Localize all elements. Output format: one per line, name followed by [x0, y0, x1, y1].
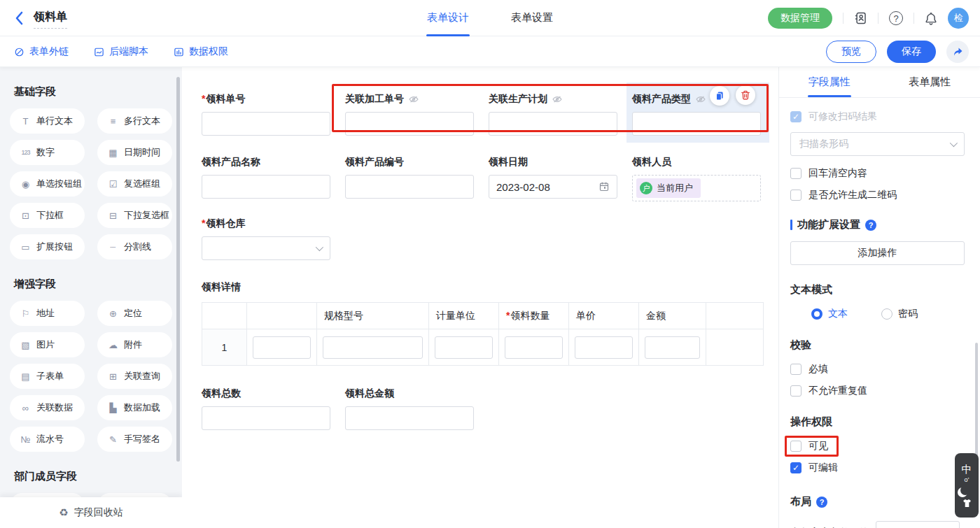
data-manage-button[interactable]: 数据管理	[768, 8, 832, 29]
field-item-data-load[interactable]: ▙数据加载	[97, 395, 172, 420]
tab-form-design[interactable]: 表单设计	[427, 0, 469, 36]
cell-input[interactable]	[575, 336, 633, 359]
cell-input[interactable]	[505, 336, 563, 359]
form-title[interactable]: 领料单	[34, 10, 67, 29]
field-item-image[interactable]: ▧图片	[10, 332, 85, 357]
help-icon[interactable]: ?	[889, 11, 903, 25]
field-item-attachment[interactable]: ☁附件	[97, 332, 172, 357]
field-total-quantity[interactable]: 领料总数	[202, 387, 330, 430]
field-requisition-no[interactable]: *领料单号	[202, 92, 330, 136]
add-action-button[interactable]: 添加操作	[790, 241, 965, 265]
ime-punctuation-icon[interactable]: o’	[964, 476, 969, 483]
col-quantity[interactable]: *领料数量	[499, 303, 569, 329]
data-permission-link[interactable]: 数据权限	[174, 45, 228, 58]
moon-icon[interactable]	[960, 485, 970, 495]
field-item-multi-text[interactable]: ≡多行文本	[97, 108, 172, 134]
copy-field-button[interactable]	[710, 86, 729, 106]
extension-section-title: 功能扩展设置 ?	[790, 218, 965, 231]
field-item-linked-data[interactable]: ∞关联数据	[10, 395, 85, 420]
product-code-input[interactable]	[345, 175, 474, 199]
radio-icon: ◉	[20, 179, 31, 190]
no-duplicate-checkbox[interactable]	[790, 385, 802, 397]
form-external-link[interactable]: 表单外链	[14, 45, 69, 58]
field-item-single-text[interactable]: T单行文本	[10, 108, 85, 134]
requisition-no-input[interactable]	[202, 112, 330, 136]
current-user-tag[interactable]: 户 当前用户	[636, 178, 701, 198]
help-question-icon[interactable]: ?	[816, 497, 827, 508]
tab-field-properties[interactable]: 字段属性	[779, 67, 880, 97]
field-item-serial-number[interactable]: №流水号	[10, 427, 85, 452]
radio-password-option[interactable]: 密码	[881, 308, 918, 320]
linked-process-order-input[interactable]	[345, 112, 474, 136]
tab-form-properties[interactable]: 表单属性	[880, 67, 980, 97]
tab-form-settings[interactable]: 表单设置	[511, 0, 553, 36]
field-linked-production-plan[interactable]: 关联生产计划	[489, 92, 617, 136]
data-permission-label: 数据权限	[189, 45, 228, 58]
date-input[interactable]: 2023-02-08	[489, 175, 617, 199]
save-button[interactable]: 保存	[887, 41, 936, 63]
field-recycle-bin[interactable]: ♻ 字段回收站	[0, 497, 182, 528]
field-item-divider[interactable]: ┈分割线	[97, 234, 172, 259]
delete-field-button[interactable]	[736, 85, 755, 105]
editable-checkbox[interactable]	[790, 462, 802, 473]
field-width-select[interactable]: 1/4	[876, 521, 960, 528]
allow-qrcode-checkbox[interactable]	[790, 190, 802, 201]
skin-shirt-icon[interactable]	[962, 499, 972, 508]
field-item-datetime[interactable]: ▦日期时间	[97, 140, 172, 165]
ime-toolbar: 中 o’	[955, 453, 979, 518]
field-item-subform[interactable]: ▤子表单	[10, 364, 85, 389]
field-item-dropdown[interactable]: ⊡下拉框	[10, 203, 85, 228]
field-item-radio-group[interactable]: ◉单选按钮组	[10, 171, 85, 197]
visible-checkbox[interactable]	[790, 441, 802, 452]
linked-production-plan-input[interactable]	[489, 112, 617, 136]
field-item-signature[interactable]: ✎手写签名	[97, 427, 172, 452]
field-item-extend-button[interactable]: ▭扩展按钮	[10, 234, 85, 259]
back-icon[interactable]	[14, 11, 25, 25]
required-checkbox[interactable]	[790, 364, 802, 375]
product-name-input[interactable]	[202, 175, 330, 199]
panel-scrollbar[interactable]	[975, 343, 978, 465]
field-total-amount[interactable]: 领料总金额	[345, 387, 474, 430]
cell-input[interactable]	[645, 336, 700, 359]
total-quantity-input[interactable]	[202, 406, 330, 430]
field-label: 关联加工单号	[345, 93, 404, 106]
field-product-name[interactable]: 领料产品名称	[202, 155, 330, 201]
field-requisition-person[interactable]: 领料人员 户 当前用户	[632, 155, 761, 201]
col-spec-model[interactable]: 规格型号	[317, 303, 429, 329]
col-unit-price[interactable]: 单价	[569, 303, 639, 329]
col-amount[interactable]: 金额	[639, 303, 706, 329]
required-label: 必填	[808, 363, 828, 376]
cell-input[interactable]	[323, 336, 423, 359]
field-item-multi-dropdown[interactable]: ⊟下拉复选框	[97, 203, 172, 228]
field-item-number[interactable]: 123数字	[10, 140, 85, 165]
ime-language-toggle[interactable]: 中	[962, 464, 972, 475]
field-item-checkbox-group[interactable]: ☑复选框组	[97, 171, 172, 197]
field-linked-process-order[interactable]: 关联加工单号	[345, 92, 474, 136]
warehouse-select[interactable]	[202, 236, 330, 260]
field-item-linked-query[interactable]: ⊞关联查询	[97, 364, 172, 389]
notification-bell-icon[interactable]	[925, 12, 937, 25]
field-item-location[interactable]: ⊕定位	[97, 301, 172, 326]
share-icon[interactable]	[946, 41, 969, 63]
radio-text-option[interactable]: 文本	[811, 308, 848, 320]
cell-quantity	[499, 329, 569, 366]
col-unit[interactable]: 计量单位	[429, 303, 499, 329]
form-canvas: *领料单号 关联加工单号 关联生产计划 领料产品类型	[182, 67, 778, 528]
help-question-icon[interactable]: ?	[865, 220, 876, 231]
person-field-box[interactable]: 户 当前用户	[632, 175, 761, 201]
sidebar-scrollbar[interactable]	[176, 77, 180, 462]
contacts-icon[interactable]	[854, 12, 867, 24]
cell-input[interactable]	[435, 336, 493, 359]
backend-script-link[interactable]: 后端脚本	[94, 45, 148, 58]
field-requisition-date[interactable]: 领料日期 2023-02-08	[489, 155, 617, 201]
field-item-address[interactable]: ⚐地址	[10, 301, 85, 326]
product-type-input[interactable]	[632, 112, 761, 136]
user-avatar[interactable]: 检	[948, 8, 969, 29]
total-amount-input[interactable]	[345, 406, 474, 430]
preview-button[interactable]: 预览	[826, 41, 876, 63]
cell-input[interactable]	[253, 336, 311, 359]
field-warehouse[interactable]: *领料仓库	[202, 217, 330, 260]
col-trailing	[706, 303, 764, 329]
field-product-code[interactable]: 领料产品编号	[345, 155, 474, 201]
clear-on-enter-checkbox[interactable]	[790, 168, 802, 179]
